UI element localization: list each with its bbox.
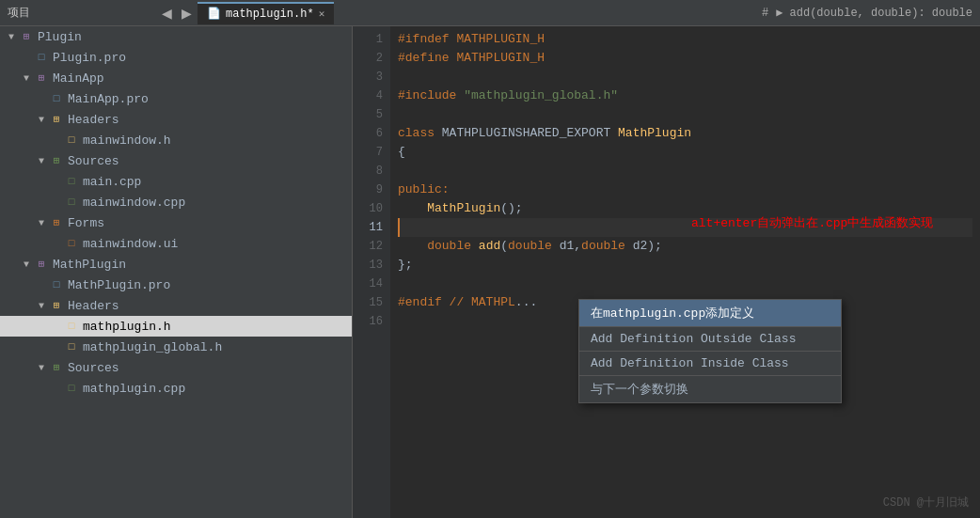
token: MathPlugin: [618, 124, 691, 143]
token: "mathplugin_global.h": [464, 86, 618, 105]
line-number: 14: [356, 275, 383, 293]
code-line: [398, 68, 972, 86]
sidebar-item-plugin-root[interactable]: ▼⊞Plugin: [0, 26, 352, 47]
tree-label: MainApp.pro: [68, 92, 149, 106]
line-number: 11: [356, 218, 383, 237]
tree-icon-icon-plugin: ⊞: [34, 71, 49, 86]
sidebar-item-main-cpp[interactable]: □main.cpp: [0, 171, 352, 192]
tree-label: mathplugin.h: [83, 320, 171, 334]
tab-nav-next[interactable]: ▶: [178, 6, 196, 21]
editor-inner: 12345678910111213141516 #ifndef MATHPLUG…: [353, 26, 980, 518]
sidebar-item-mathplugin-global-h[interactable]: □mathplugin_global.h: [0, 337, 352, 357]
editor-area[interactable]: 12345678910111213141516 #ifndef MATHPLUG…: [353, 26, 980, 518]
tree-label: mainwindow.h: [83, 133, 171, 148]
token: #include: [398, 86, 464, 105]
line-number: 9: [356, 181, 383, 199]
context-menu: 在mathplugin.cpp添加定义Add Definition Outsid…: [578, 299, 842, 403]
tab-nav-prev[interactable]: ◀: [158, 6, 176, 21]
tree-label: main.cpp: [83, 175, 141, 189]
tree-icon-icon-folder-h: ⊞: [49, 112, 64, 127]
tree-label: Plugin.pro: [53, 51, 126, 65]
tab-bar: ◀ ▶ 📄 mathplugin.h* ✕: [158, 0, 762, 25]
code-line: public:: [398, 181, 972, 199]
line-number: 16: [356, 312, 383, 331]
tree-arrow: ▼: [34, 156, 49, 166]
token: (: [500, 237, 508, 256]
context-menu-item-add-inside[interactable]: Add Definition Inside Class: [579, 352, 841, 375]
token: );: [647, 237, 662, 256]
sidebar-item-mainapp-pro[interactable]: □MainApp.pro: [0, 88, 352, 109]
tree-icon-icon-pro: □: [34, 50, 49, 65]
sidebar-item-forms-mainapp[interactable]: ▼⊞Forms: [0, 212, 352, 233]
tree-icon-icon-header: □: [64, 133, 79, 148]
tree-icon-icon-header: □: [64, 339, 79, 354]
token: [398, 199, 427, 218]
sidebar-item-sources-mathplugin[interactable]: ▼⊞Sources: [0, 357, 352, 378]
tree-arrow: ▼: [19, 73, 34, 84]
token: double: [427, 237, 479, 256]
line-number: 2: [356, 49, 383, 68]
active-tab-label: mathplugin.h*: [226, 8, 314, 21]
token: public:: [398, 181, 450, 199]
token: d1: [560, 237, 575, 256]
context-menu-item-switch-param[interactable]: 与下一个参数切换: [579, 376, 841, 402]
tree-arrow: ▼: [34, 115, 49, 125]
tree-label: Sources: [68, 154, 119, 168]
sidebar-item-headers-mainapp[interactable]: ▼⊞Headers: [0, 109, 352, 130]
sidebar: ▼⊞Plugin□Plugin.pro▼⊞MainApp□MainApp.pro…: [0, 26, 353, 518]
sidebar-item-headers-mathplugin[interactable]: ▼⊞Headers: [0, 295, 352, 316]
tree-label: MainApp: [53, 71, 104, 86]
watermark: CSDN @十月旧城: [883, 494, 969, 510]
sidebar-item-mainwindow-ui[interactable]: □mainwindow.ui: [0, 233, 352, 254]
line-number: 6: [356, 124, 383, 143]
sidebar-item-mainapp[interactable]: ▼⊞MainApp: [0, 68, 352, 88]
token: ();: [500, 199, 522, 218]
token: ...: [515, 293, 537, 312]
line-number: 1: [356, 30, 383, 49]
tree-icon-icon-source: □: [64, 381, 79, 396]
token: {: [398, 143, 405, 162]
sidebar-item-mathplugin-h[interactable]: □mathplugin.h: [0, 316, 352, 337]
token: ,: [574, 237, 581, 256]
sidebar-item-plugin-pro[interactable]: □Plugin.pro: [0, 47, 352, 68]
token: #endif // MATHPL: [398, 293, 515, 312]
tree-icon-icon-plugin: ⊞: [19, 29, 34, 44]
context-menu-item-add-in-cpp[interactable]: 在mathplugin.cpp添加定义: [579, 300, 841, 326]
line-number: 7: [356, 143, 383, 162]
line-number: 10: [356, 199, 383, 218]
sidebar-item-mathplugin-cpp[interactable]: □mathplugin.cpp: [0, 378, 352, 399]
token: add: [479, 237, 500, 256]
code-line: };: [398, 256, 972, 275]
line-number: 12: [356, 237, 383, 256]
sidebar-item-mainwindow-h[interactable]: □mainwindow.h: [0, 130, 352, 150]
token: d2: [633, 237, 648, 256]
tree-label: Sources: [68, 361, 119, 375]
code-line: #include "mathplugin_global.h": [398, 86, 972, 105]
tree-icon-icon-header: □: [64, 319, 79, 334]
token: double: [508, 237, 560, 256]
line-number: 4: [356, 86, 383, 105]
sidebar-item-mathplugin[interactable]: ▼⊞MathPlugin: [0, 254, 352, 275]
line-number: 3: [356, 68, 383, 86]
tree-icon-icon-ui: □: [64, 236, 79, 251]
hash-separator: #: [762, 7, 768, 20]
token: #ifndef MATHPLUGIN_H: [398, 30, 545, 49]
tab-close-icon[interactable]: ✕: [319, 8, 325, 20]
code-line: [398, 105, 972, 124]
hint-label: alt+enter自动弹出在.cpp中生成函数实现: [691, 214, 933, 231]
context-menu-item-add-outside[interactable]: Add Definition Outside Class: [579, 327, 841, 351]
active-tab[interactable]: 📄 mathplugin.h* ✕: [198, 2, 334, 24]
project-label-area: 项目: [8, 5, 158, 21]
tree-arrow: ▼: [34, 363, 49, 373]
main-content: ▼⊞Plugin□Plugin.pro▼⊞MainApp□MainApp.pro…: [0, 26, 980, 518]
breadcrumb-text: ▶ add(double, double): double: [776, 6, 972, 20]
token: double: [581, 237, 633, 256]
sidebar-item-mainwindow-cpp[interactable]: □mainwindow.cpp: [0, 192, 352, 212]
code-line: {: [398, 143, 972, 162]
sidebar-item-mathplugin-pro[interactable]: □MathPlugin.pro: [0, 275, 352, 295]
tree-icon-icon-folder-h: ⊞: [49, 298, 64, 313]
sidebar-item-sources-mainapp[interactable]: ▼⊞Sources: [0, 150, 352, 171]
tree-label: mathplugin_global.h: [83, 340, 222, 354]
tree-label: MathPlugin: [53, 258, 126, 272]
code-line: double add(double d1,double d2);: [398, 237, 972, 256]
